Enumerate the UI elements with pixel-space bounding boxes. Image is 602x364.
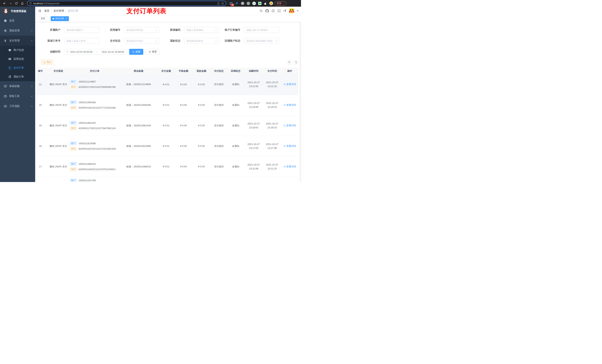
tab-home[interactable]: 首页: [39, 16, 47, 21]
status-badge: 支付成功: [210, 136, 227, 156]
user-avatar[interactable]: [289, 8, 294, 13]
date-end[interactable]: 2021-10-31 23:59:59: [102, 51, 124, 53]
extension-y-icon[interactable]: y: [252, 1, 256, 5]
sidebar-item-home[interactable]: 首页: [0, 16, 35, 26]
notify-status-select[interactable]: [244, 38, 279, 44]
tab-pay-order[interactable]: 支付订单 ×: [51, 16, 69, 21]
hide-search-button[interactable]: [287, 60, 291, 65]
browser-update-button[interactable]: 更新 ⋮: [275, 1, 287, 6]
table-row: 17 微信 JSAPI 支付 商户1635311468233 支付4200001…: [37, 156, 298, 177]
notify-status-input[interactable]: [244, 38, 279, 44]
page-scrollbar[interactable]: [299, 22, 301, 182]
table-toolbar: 导出: [35, 60, 301, 65]
extension-sketch-icon[interactable]: [235, 1, 239, 5]
channel-order-no-field[interactable]: [64, 38, 99, 44]
browser-reload-button[interactable]: [14, 1, 19, 6]
sidebar-item-pay-order[interactable]: ¥ 支付订单: [0, 63, 35, 72]
filter-label-pay-status: 支付状态: [99, 39, 124, 42]
view-detail-button[interactable]: 查看详情: [284, 83, 296, 86]
breadcrumb-section[interactable]: 支付管理: [54, 9, 64, 13]
pay-status-select[interactable]: [124, 38, 159, 44]
sidebar-item-app-info[interactable]: 应用信息: [0, 54, 35, 63]
share-icon[interactable]: [217, 2, 220, 5]
sidebar-item-dev-tools[interactable]: 研发工具: [0, 91, 35, 101]
close-tab-icon[interactable]: ×: [65, 17, 67, 20]
date-start[interactable]: 2021-10-01 00:00:00: [70, 51, 93, 53]
sidebar-item-workflow[interactable]: 工作流程: [0, 101, 35, 111]
create-time-range-picker[interactable]: 2021-10-01 00:00:00 - 2021-10-31 23:59:5…: [64, 49, 126, 55]
reset-button[interactable]: 重置: [146, 49, 160, 55]
browser-back-button[interactable]: [2, 1, 7, 6]
browser-menu-icon[interactable]: ⋮: [283, 2, 285, 5]
chevron-down-icon: [31, 85, 33, 87]
browser-forward-button[interactable]: [8, 1, 13, 6]
profile-avatar-icon[interactable]: [269, 1, 273, 5]
fullscreen-icon[interactable]: [278, 9, 281, 12]
sidebar-item-merchant-info[interactable]: 商户信息: [0, 46, 35, 54]
refresh-button[interactable]: [294, 60, 298, 65]
orders-table: 编号 支付渠道 支付订单 商品标题 支付金额 手续金额 退款金额 支付状态 回调…: [37, 68, 299, 182]
address-bar[interactable]: localhost:1024/pay/order: [27, 1, 226, 6]
filter-label-channel-code: 渠道编码: [159, 28, 184, 32]
sidebar-item-infrastructure[interactable]: 基础设施: [0, 81, 35, 91]
view-detail-button[interactable]: 查看详情: [284, 145, 296, 148]
status-badge: 支付成功: [210, 156, 227, 177]
merchant-tag: 商户: [70, 178, 77, 182]
status-badge: 支付成功: [210, 74, 227, 95]
pay-tag: 支付: [70, 167, 77, 171]
filter-label-merchant-order-no: 商户订单编号: [219, 28, 244, 32]
help-icon[interactable]: ?: [272, 9, 275, 12]
merchant-order-no-input[interactable]: [244, 27, 279, 33]
avatar-caret-icon[interactable]: [297, 10, 298, 12]
export-button[interactable]: 导出: [41, 60, 53, 65]
chevron-up-icon: [31, 40, 33, 42]
view-detail-button[interactable]: 查看详情: [284, 104, 296, 107]
briefcase-icon: [4, 105, 7, 108]
search-button[interactable]: 搜索: [129, 49, 143, 55]
browser-home-button[interactable]: [20, 1, 25, 6]
refund-status-input[interactable]: [184, 38, 219, 44]
refund-status-select[interactable]: [184, 38, 219, 44]
app-select[interactable]: [124, 27, 159, 33]
chevron-down-icon: [31, 105, 33, 107]
navbar: 首页 / 支付管理 / 支付订单 支付订单列表 ? TT: [35, 7, 301, 15]
bookmark-star-icon[interactable]: [221, 2, 224, 5]
breadcrumb-home[interactable]: 首页: [44, 9, 49, 13]
breadcrumb-current: 支付订单: [68, 9, 78, 13]
extension-command-icon[interactable]: ⌘: [241, 1, 244, 5]
chevron-down-icon: [31, 95, 33, 97]
font-size-icon[interactable]: TT: [283, 9, 286, 13]
app-logo[interactable]: 芋道管理系统: [0, 7, 35, 16]
github-icon[interactable]: [266, 9, 269, 13]
sidebar-item-system[interactable]: 系统管理: [0, 26, 35, 36]
sidebar-toggle-icon[interactable]: [38, 9, 41, 13]
merchant-input[interactable]: [64, 27, 99, 33]
extension-recorder-icon[interactable]: [246, 1, 250, 5]
sidebar-item-payment[interactable]: ¥ 支付管理: [0, 36, 35, 46]
active-dot-icon: [53, 18, 54, 20]
table-row: 18 微信 JSAPI 支付 商户1635311823086 支付4200001…: [37, 136, 298, 156]
channel-code-select[interactable]: [184, 27, 219, 33]
extensions-puzzle-icon[interactable]: [264, 1, 267, 5]
filter-label-app: 应用编号: [99, 28, 124, 32]
search-icon[interactable]: [259, 9, 263, 12]
channel-code-input[interactable]: [184, 27, 219, 33]
extension-tasks-icon[interactable]: 10: [229, 1, 233, 5]
breadcrumb: 首页 / 支付管理 / 支付订单: [44, 9, 78, 13]
channel-order-no-input[interactable]: [64, 38, 99, 44]
browser-toolbar: localhost:1024/pay/order 10 ⌘ y: [0, 0, 301, 7]
filter-label-refund-status: 退款状态: [159, 39, 184, 42]
app-select-input[interactable]: [124, 27, 159, 33]
merchant-order-no-field[interactable]: [244, 27, 279, 33]
logo-rabbit-image: [3, 8, 9, 14]
date-separator: -: [93, 51, 102, 53]
extension-chat-icon[interactable]: [258, 1, 262, 5]
pay-status-input[interactable]: [124, 38, 159, 44]
filter-label-channel-order-no: 渠道订单号: [39, 39, 64, 42]
view-detail-button[interactable]: 查看详情: [284, 165, 296, 168]
view-detail-button[interactable]: 查看详情: [284, 124, 296, 127]
table-row: 19 微信 JSAPI 支付 商户1635311881440 支付4200001…: [37, 115, 298, 136]
sidebar-item-refund-order[interactable]: 退款订单: [0, 72, 35, 81]
merchant-select[interactable]: [64, 27, 99, 33]
site-info-icon[interactable]: [29, 2, 32, 5]
